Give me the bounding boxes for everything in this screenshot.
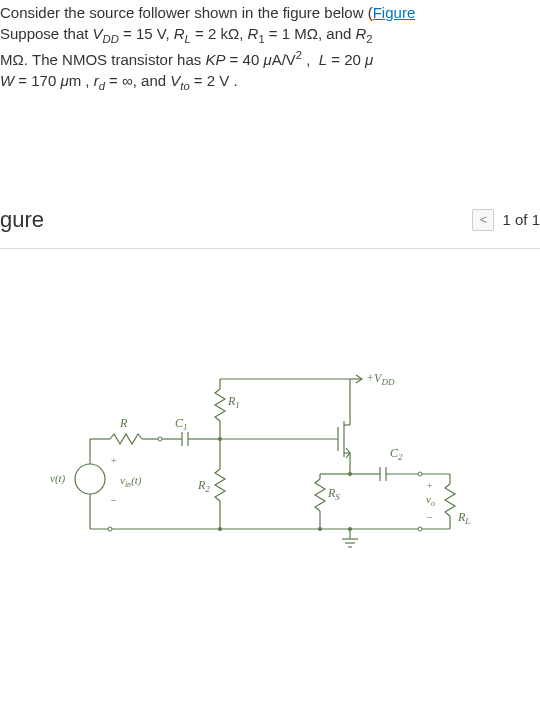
vo-label: vo (426, 493, 435, 508)
c2-label: C2 (390, 446, 403, 462)
rs-label: RS (327, 486, 340, 502)
plus-vo: + (426, 479, 433, 491)
rl-label: RL (457, 510, 470, 526)
minus-sign: − (110, 494, 117, 506)
vin-label: vin(t) (120, 474, 142, 489)
figure-section: gure < 1 of 1 +VDD R1 C1 (0, 197, 540, 562)
problem-line-3: MΩ. The NMOS transistor has KP = 40 μA/V… (0, 48, 540, 70)
figure-title: gure (0, 207, 44, 233)
figure-header: gure < 1 of 1 (0, 197, 540, 249)
svg-point-14 (75, 464, 105, 494)
problem-line-1: Consider the source follower shown in th… (0, 2, 540, 23)
minus-vo: − (426, 511, 433, 523)
circuit-svg: +VDD R1 C1 R v(t) + (20, 329, 500, 559)
svg-point-12 (158, 437, 162, 441)
vdd-label: +VDD (366, 371, 395, 387)
svg-point-17 (108, 527, 112, 531)
r-label: R (119, 416, 128, 430)
problem-statement: Consider the source follower shown in th… (0, 0, 540, 97)
r1-label: R1 (227, 394, 240, 410)
svg-point-43 (418, 472, 422, 476)
chevron-left-icon[interactable]: < (472, 209, 494, 231)
r2-label: R2 (197, 478, 210, 494)
figure-link[interactable]: Figure (373, 4, 416, 21)
plus-sign: + (110, 454, 117, 466)
svg-point-47 (418, 527, 422, 531)
c1-label: C1 (175, 416, 188, 432)
svg-point-34 (318, 527, 322, 531)
vt-source-label: v(t) (50, 472, 66, 485)
figure-pager: < 1 of 1 (472, 209, 540, 231)
problem-line-4: W = 170 μm , rd = ∞, and Vto = 2 V . (0, 70, 540, 95)
line1-text: Consider the source follower shown in th… (0, 4, 373, 21)
problem-line-2: Suppose that VDD = 15 V, RL = 2 kΩ, R1 =… (0, 23, 540, 48)
svg-point-48 (348, 527, 352, 531)
circuit-diagram: +VDD R1 C1 R v(t) + (0, 329, 540, 562)
pager-text: 1 of 1 (502, 211, 540, 228)
